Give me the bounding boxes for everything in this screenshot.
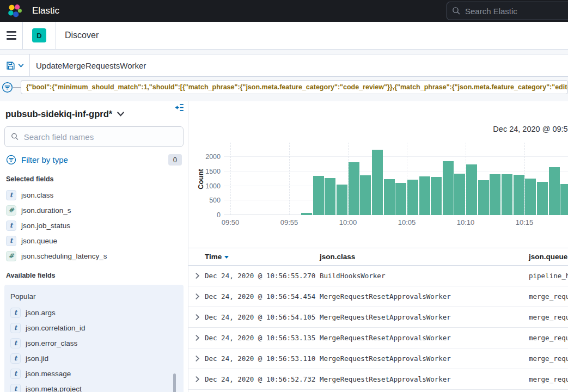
- histogram-bar[interactable]: [502, 174, 512, 215]
- json-queue-cell: merge_reque: [529, 292, 568, 301]
- filter-bar: {"bool":{"minimum_should_match":1,"shoul…: [0, 77, 568, 101]
- field-item[interactable]: #json.duration_s: [4, 203, 184, 218]
- histogram-bar[interactable]: [325, 178, 335, 215]
- global-search-input[interactable]: [465, 7, 568, 16]
- field-item[interactable]: tjson.meta.project: [4, 381, 184, 392]
- field-item[interactable]: tjson.correlation_id: [4, 320, 184, 335]
- text-field-icon: t: [6, 236, 16, 246]
- x-tick-label: 10:05: [398, 218, 416, 226]
- field-search[interactable]: [4, 126, 184, 147]
- json-class-cell: MergeRequestResetApprovalsWorker: [320, 292, 529, 301]
- histogram-bar[interactable]: [537, 182, 548, 215]
- field-item[interactable]: tjson.jid: [4, 351, 184, 366]
- histogram-bar[interactable]: [431, 177, 442, 216]
- search-icon: [452, 7, 461, 15]
- histogram-bar[interactable]: [349, 162, 359, 215]
- table-row: Dec 24, 2020 @ 10:56:54.454MergeRequestR…: [188, 286, 568, 307]
- column-header-json-class[interactable]: json.class: [320, 253, 529, 261]
- y-tick-label: 0: [217, 211, 221, 219]
- spacer: [0, 50, 568, 54]
- histogram-bar[interactable]: [443, 161, 454, 215]
- save-query-button[interactable]: [0, 54, 30, 76]
- elastic-logo-icon: [8, 4, 22, 19]
- column-header-json-queue[interactable]: json.queue: [529, 253, 568, 261]
- table-row: Dec 24, 2020 @ 10:56:54.105MergeRequestR…: [188, 307, 568, 328]
- field-item[interactable]: #json.scheduling_latency_s: [4, 248, 184, 264]
- collapse-sidebar-button[interactable]: [174, 102, 184, 114]
- field-name: json.message: [26, 370, 71, 378]
- histogram-bar[interactable]: [313, 176, 324, 215]
- histogram-bar[interactable]: [395, 183, 406, 215]
- expand-row-button[interactable]: [188, 376, 205, 383]
- y-axis-ticks: 0500100015002000: [188, 143, 221, 215]
- global-search[interactable]: [447, 2, 568, 20]
- text-field-icon: t: [6, 220, 16, 231]
- search-icon: [11, 132, 19, 141]
- histogram-bar[interactable]: [407, 180, 418, 215]
- histogram-bar[interactable]: [525, 179, 536, 215]
- sidebar-scrollbar[interactable]: [173, 373, 176, 392]
- text-field-icon: t: [10, 323, 21, 333]
- column-header-time[interactable]: Time: [205, 253, 320, 261]
- filter-pill[interactable]: {"bool":{"minimum_should_match":1,"shoul…: [21, 80, 568, 94]
- histogram-bar[interactable]: [514, 175, 524, 215]
- field-search-input[interactable]: [24, 132, 177, 142]
- json-queue-cell: merge_reque: [529, 313, 568, 321]
- field-item[interactable]: tjson.message: [4, 366, 184, 381]
- field-item[interactable]: tjson.job_status: [4, 218, 184, 233]
- histogram-bar[interactable]: [490, 174, 500, 215]
- chevron-right-icon: [194, 293, 201, 300]
- histogram-bar[interactable]: [337, 185, 347, 215]
- expand-row-button[interactable]: [188, 334, 205, 341]
- chevron-right-icon: [194, 376, 201, 383]
- histogram-bar[interactable]: [301, 213, 312, 215]
- y-tick-label: 1500: [205, 168, 221, 175]
- table-row: Dec 24, 2020 @ 10:56:53.135MergeRequestR…: [188, 328, 568, 348]
- chevron-right-icon: [194, 334, 201, 341]
- expand-row-button[interactable]: [188, 272, 205, 279]
- histogram-bar[interactable]: [454, 174, 465, 215]
- histogram-bar[interactable]: [466, 164, 477, 215]
- field-item[interactable]: tjson.class: [4, 187, 184, 203]
- text-field-icon: t: [10, 384, 21, 392]
- histogram-bar[interactable]: [560, 184, 568, 215]
- field-item[interactable]: tjson.queue: [4, 233, 184, 248]
- query-input[interactable]: UpdateMergeRequestsWorker: [30, 54, 568, 76]
- discover-app-icon[interactable]: D: [32, 28, 46, 42]
- page-title: Discover: [56, 22, 99, 49]
- y-tick-label: 2000: [205, 153, 221, 161]
- histogram-bar[interactable]: [478, 180, 489, 215]
- field-name: json.duration_s: [21, 206, 71, 215]
- histogram-bar[interactable]: [549, 167, 560, 215]
- gridline: [224, 171, 568, 171]
- histogram-chart: Count 0500100015002000: [188, 143, 568, 215]
- histogram-bar[interactable]: [360, 175, 371, 215]
- chevron-down-icon[interactable]: [117, 110, 125, 118]
- expand-row-button[interactable]: [188, 314, 205, 321]
- x-axis-ticks: 09:5009:5510:0010:0510:1010:15: [224, 218, 568, 227]
- json-queue-cell: merge_reque: [529, 354, 568, 363]
- field-item[interactable]: tjson.error_class: [4, 335, 184, 351]
- histogram-bar[interactable]: [372, 150, 383, 215]
- number-field-icon: #: [6, 205, 16, 216]
- expand-row-button[interactable]: [188, 293, 205, 300]
- text-field-icon: t: [6, 190, 16, 200]
- divider: [13, 87, 21, 88]
- filter-icon[interactable]: [2, 82, 13, 93]
- filter-by-type-label: Filter by type: [21, 155, 68, 164]
- histogram-plot: [224, 143, 568, 215]
- index-pattern-selector[interactable]: pubsub-sidekiq-inf-gprd*: [5, 109, 112, 119]
- x-tick-label: 09:50: [222, 218, 240, 226]
- field-item[interactable]: tjson.args: [4, 305, 184, 320]
- histogram-bar[interactable]: [419, 176, 430, 215]
- selected-fields-list: tjson.class#json.duration_stjson.job_sta…: [4, 187, 184, 264]
- menu-button[interactable]: [0, 22, 22, 49]
- json-class-cell: BuildHooksWorker: [320, 272, 529, 280]
- filter-by-type-button[interactable]: Filter by type 0: [4, 152, 184, 167]
- expand-row-button[interactable]: [188, 355, 205, 362]
- sort-desc-icon: [224, 256, 229, 259]
- field-name: json.class: [21, 191, 53, 199]
- time-cell: Dec 24, 2020 @ 10:56:55.270: [205, 272, 320, 280]
- histogram-bar[interactable]: [384, 179, 395, 215]
- chevron-right-icon: [194, 272, 201, 279]
